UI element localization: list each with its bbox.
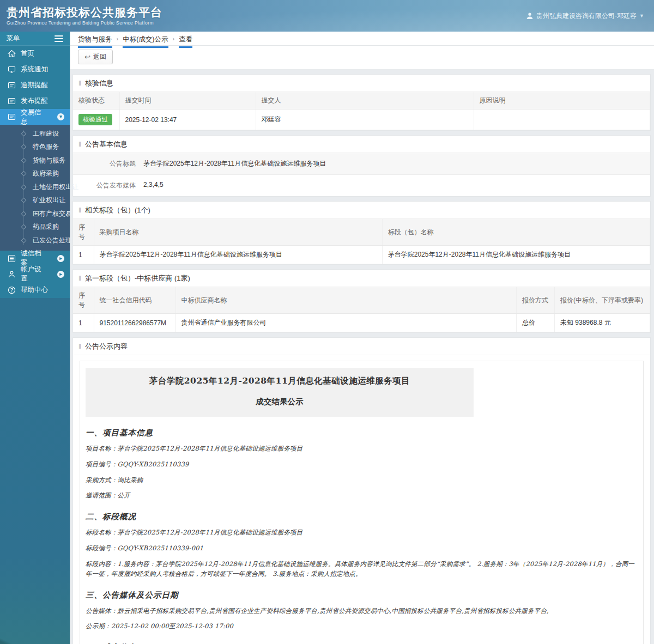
announcement-basic-panel: ‖ 公告基本信息 公告标题 茅台学院2025年12月-2028年11月信息化基础… (72, 135, 651, 197)
status-badge: 核验通过 (78, 114, 112, 125)
sidebar-item-account-settings[interactable]: 帐户设置 ▸ (0, 266, 70, 282)
doc-section3-heading: 三、公告媒体及公示日期 (86, 590, 638, 600)
sidebar: 菜单 首页 系统通知 逾期提醒 发布提醒 交易信息 ▾ 工程建设 特色服务 (0, 32, 70, 644)
breadcrumb-item-award-notice[interactable]: 中标(成交)公示 (123, 35, 168, 48)
person-icon (8, 270, 16, 278)
sidebar-item-label: 逾期提醒 (21, 81, 48, 90)
announcement-media-row: 公告发布媒体 2,3,4,5 (73, 175, 650, 196)
column-header: 序号 (73, 287, 94, 314)
breadcrumb-separator: › (173, 35, 175, 42)
field-label: 公告标题 (73, 153, 141, 174)
breadcrumb-separator: › (117, 35, 119, 42)
row-no: 1 (73, 246, 94, 264)
section-marker-icon: ‖ (78, 206, 81, 214)
verification-panel: ‖ 核验信息 核验状态 提交时间 提交人 原因说明 核验通过 2025-12-0… (72, 74, 651, 131)
submenu-item-gov-procurement[interactable]: 政府采购 (0, 167, 70, 181)
sidebar-item-home[interactable]: 首页 (0, 46, 70, 62)
sidebar-item-notifications[interactable]: 系统通知 (0, 62, 70, 77)
field-value: 茅台学院2025年12月-2028年11月信息化基础设施运维服务项目 (141, 153, 650, 174)
submenu-item-state-property[interactable]: 国有产权交易 (0, 207, 70, 221)
user-menu[interactable]: 贵州弘典建设咨询有限公司-邓廷容 ▼ (526, 11, 644, 21)
section-marker-icon: ‖ (78, 80, 81, 87)
section-title-text: 公告基本信息 (85, 139, 128, 149)
doc-line: 邀请范围：公开 (86, 491, 638, 501)
app-subtitle: GuiZhou Province Tendering and Bidding P… (7, 20, 162, 26)
submenu-item-featured-services[interactable]: 特色服务 (0, 141, 70, 154)
app-header: 贵州省招标投标公共服务平台 GuiZhou Province Tendering… (0, 0, 654, 32)
topbar: 货物与服务 › 中标(成交)公示 › 查看 ↩ 返回 (70, 32, 654, 70)
sidebar-item-publish-reminder[interactable]: 发布提醒 (0, 93, 70, 109)
section-marker-icon: ‖ (78, 343, 81, 350)
doc-line: 公示期：2025-12-02 00:00至2025-12-03 17:00 (86, 622, 638, 631)
sidebar-item-label: 系统通知 (21, 65, 48, 74)
chevron-down-icon[interactable]: ▾ (57, 113, 64, 120)
doc-line: 项目编号：GQQY-XB2025110339 (86, 460, 638, 470)
doc-section2-heading: 二、标段概况 (86, 512, 638, 522)
sidebar-item-credit-archive[interactable]: 诚信档案 ▸ (0, 251, 70, 266)
column-header: 提交时间 (119, 92, 256, 110)
sidebar-item-help-center[interactable]: 帮助中心 (0, 282, 70, 298)
column-header: 标段（包）名称 (382, 219, 650, 246)
submitter: 邓廷容 (256, 110, 474, 130)
submenu-item-land-use[interactable]: 土地使用权出让 (0, 180, 70, 194)
submenu-item-drug-procurement[interactable]: 药品采购 (0, 221, 70, 234)
winning-supplier-table: 序号 统一社会信用代码 中标供应商名称 报价方式 报价(中标价、下浮率或费率) … (73, 287, 650, 332)
submit-time: 2025-12-02 13:47 (119, 110, 256, 130)
field-value: 2,3,4,5 (141, 175, 650, 196)
section-marker-icon: ‖ (78, 141, 81, 148)
sidebar-item-label: 首页 (21, 49, 34, 58)
hamburger-icon[interactable] (55, 34, 63, 44)
monitor-icon (8, 65, 16, 74)
announcement-content-title: ‖ 公告公示内容 (73, 338, 650, 355)
winning-supplier-title: ‖ 第一标段（包）-中标供应商 (1家) (73, 270, 650, 287)
chevron-right-icon[interactable]: ▸ (57, 255, 64, 262)
breadcrumb: 货物与服务 › 中标(成交)公示 › 查看 (70, 32, 654, 46)
toolbar: ↩ 返回 (70, 46, 654, 70)
project-name: 茅台学院2025年12月-2028年11月信息化基础设施运维服务项目 (94, 246, 382, 264)
user-name: 贵州弘典建设咨询有限公司-邓廷容 (536, 11, 637, 21)
submenu-item-mining-rights[interactable]: 矿业权出让 (0, 194, 70, 208)
verification-panel-title: ‖ 核验信息 (73, 75, 650, 92)
section-title-text: 核验信息 (85, 78, 113, 88)
back-button[interactable]: ↩ 返回 (78, 50, 113, 64)
credit-code: 91520112662986577M (94, 314, 175, 332)
breadcrumb-item-view[interactable]: 查看 (179, 35, 192, 48)
column-header: 提交人 (256, 92, 474, 110)
submenu-label: 特色服务 (33, 142, 59, 151)
sidebar-item-transaction-info[interactable]: 交易信息 ▾ (0, 109, 70, 125)
table-row: 核验通过 2025-12-02 13:47 邓廷容 (73, 110, 650, 130)
column-header: 报价方式 (517, 287, 555, 314)
submenu-item-goods-services[interactable]: 货物与服务 (0, 154, 70, 167)
submenu-label: 土地使用权出让 (33, 183, 78, 192)
section-title-text: 公告公示内容 (85, 342, 128, 351)
column-header: 原因说明 (474, 92, 650, 110)
submenu-label: 药品采购 (33, 222, 59, 232)
column-header: 核验状态 (73, 92, 119, 110)
quote-price: 未知 938968.8 元 (555, 314, 650, 332)
sidebar-item-label: 交易信息 (21, 108, 47, 126)
table-row: 1 茅台学院2025年12月-2028年11月信息化基础设施运维服务项目 茅台学… (73, 246, 650, 264)
submenu-item-engineering[interactable]: 工程建设 (0, 127, 70, 141)
related-sections-panel: ‖ 相关标段（包）(1个) 序号 采购项目名称 标段（包）名称 1 茅台学院20… (72, 201, 651, 265)
doc-line: 标段内容：1.服务内容：茅台学院2025年12月-2028年11月信息化基础设施… (86, 560, 638, 579)
folder-icon (8, 113, 16, 121)
winning-supplier-panel: ‖ 第一标段（包）-中标供应商 (1家) 序号 统一社会信用代码 中标供应商名称… (72, 269, 651, 333)
submenu-label: 国有产权交易 (33, 209, 72, 218)
document-title: 茅台学院2025年12月-2028年11月信息化基础设施运维服务项目 (86, 375, 474, 387)
submenu-label: 政府采购 (33, 169, 59, 178)
section-title-text: 第一标段（包）-中标供应商 (1家) (85, 274, 190, 283)
column-header: 统一社会信用代码 (94, 287, 175, 314)
folder-icon (8, 81, 16, 89)
sidebar-item-label: 帐户设置 (21, 265, 47, 283)
row-no: 1 (73, 314, 94, 332)
user-icon (526, 12, 534, 20)
submenu-label: 已发公告处理 (33, 236, 72, 245)
doc-line: 项目名称：茅台学院2025年12月-2028年11月信息化基础设施运维服务项目 (86, 444, 638, 454)
related-sections-table: 序号 采购项目名称 标段（包）名称 1 茅台学院2025年12月-2028年11… (73, 219, 650, 264)
column-header: 序号 (73, 219, 94, 246)
breadcrumb-item-goods-services[interactable]: 货物与服务 (78, 35, 112, 48)
sidebar-item-overdue-reminder[interactable]: 逾期提醒 (0, 77, 70, 93)
field-label: 公告发布媒体 (73, 175, 141, 196)
chevron-right-icon[interactable]: ▸ (57, 271, 64, 278)
submenu-item-published-notices[interactable]: 已发公告处理 (0, 234, 70, 247)
